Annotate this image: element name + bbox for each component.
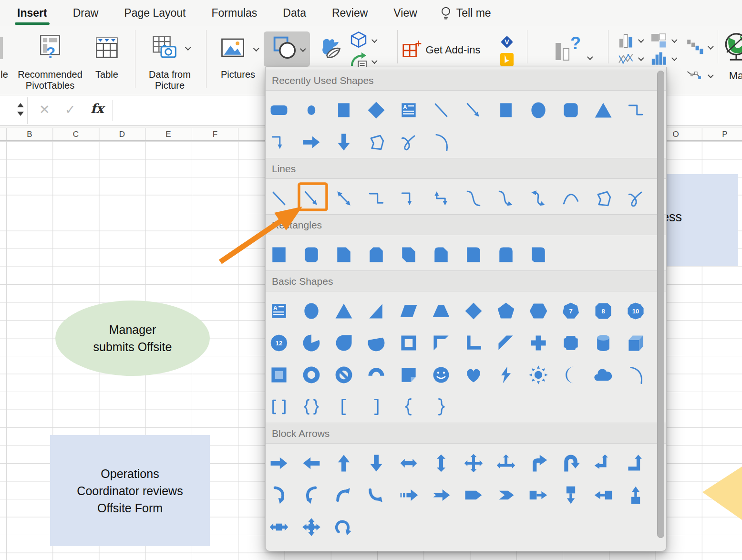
enter-icon[interactable]: ✓ [65, 102, 76, 117]
shape-curved-double-arrow-connector[interactable] [528, 188, 549, 209]
shape-elbow-arrow-connector[interactable] [398, 188, 419, 209]
shape-sun[interactable] [528, 364, 549, 385]
shape-smiley-face[interactable] [431, 364, 452, 385]
column-header-F[interactable]: F [213, 130, 217, 139]
shape-left-arrow[interactable] [301, 453, 322, 474]
shape-rounded-square[interactable] [560, 100, 581, 121]
shape-curved-right-arrow[interactable] [268, 485, 289, 506]
shape-line[interactable] [431, 100, 452, 121]
shape-arc[interactable] [431, 132, 452, 153]
shape-round-diagonal-corner-rectangle[interactable] [528, 244, 549, 265]
shape-arc[interactable] [625, 364, 646, 385]
flowchart-ellipse-manager[interactable]: Manager submits Offsite [55, 301, 210, 376]
shape-scribble[interactable] [398, 132, 419, 153]
shape-isosceles-triangle[interactable] [333, 301, 354, 321]
shape-up-arrow[interactable] [333, 453, 354, 474]
shape-octagon-8[interactable]: 8 [593, 301, 614, 321]
shapes-button[interactable] [264, 31, 310, 67]
shape-double-arrow-connector[interactable] [333, 188, 354, 209]
shape-left-bracket[interactable] [333, 396, 354, 417]
shape-snip-single-corner-rectangle[interactable] [333, 244, 354, 265]
shape-elbow-arrow-connector[interactable] [268, 132, 289, 153]
shape-frame[interactable] [398, 332, 419, 353]
shape-l-shape[interactable] [463, 332, 484, 353]
shape-curve[interactable] [560, 188, 581, 209]
shape-snip-round-single-corner-rectangle[interactable] [431, 244, 452, 265]
shape-right-bracket[interactable] [366, 396, 387, 417]
shape-curved-connector[interactable] [463, 188, 484, 209]
shape-left-arrow-callout[interactable] [593, 485, 614, 506]
shape-curved-down-arrow[interactable] [366, 485, 387, 506]
shape-elbow-connector[interactable] [366, 188, 387, 209]
shape-trapezoid[interactable] [431, 301, 452, 321]
shape-down-arrow[interactable] [333, 132, 354, 153]
column-header-D[interactable]: D [119, 130, 125, 139]
shape-double-bracket[interactable] [268, 396, 289, 417]
shape-oval[interactable] [301, 301, 322, 321]
menu-scrollbar-thumb[interactable] [657, 71, 664, 538]
shape-hexagon[interactable] [528, 301, 549, 321]
shape-striped-right-arrow[interactable] [398, 485, 419, 506]
shape-heptagon-7[interactable]: 7 [560, 301, 581, 321]
shape-teardrop[interactable] [333, 332, 354, 353]
shape-decagon-10[interactable]: 10 [625, 301, 646, 321]
shape-elbow-double-arrow-connector[interactable] [431, 188, 452, 209]
shape-freeform[interactable] [593, 188, 614, 209]
shape-left-right-arrow[interactable] [398, 453, 419, 474]
shape-chevron-arrow[interactable] [495, 485, 516, 506]
tab-review[interactable]: Review [331, 5, 369, 21]
shape-double-brace[interactable] [301, 396, 322, 417]
shape-rectangle-portrait[interactable] [333, 100, 354, 121]
shape-cloud[interactable] [593, 364, 614, 385]
shape-left-right-arrow-callout[interactable] [268, 517, 289, 538]
namebox-spinner-up[interactable] [17, 103, 24, 107]
shape-parallelogram[interactable] [398, 301, 419, 321]
shape-curved-left-arrow[interactable] [301, 485, 322, 506]
shape-down-arrow[interactable] [366, 453, 387, 474]
shape-plaque[interactable] [560, 332, 581, 353]
shape-diamond[interactable] [366, 100, 387, 121]
tab-view[interactable]: View [392, 5, 418, 21]
shape-right-brace[interactable] [431, 396, 452, 417]
shape-quad-arrow-callout[interactable] [301, 517, 322, 538]
shape-straight-arrow-connector[interactable] [301, 188, 322, 209]
cancel-icon[interactable]: ✕ [39, 102, 50, 117]
shape-heart[interactable] [463, 364, 484, 385]
shape-down-arrow-callout[interactable] [560, 485, 581, 506]
namebox-spinner-down[interactable] [17, 112, 24, 116]
shape-rectangle[interactable] [268, 244, 289, 265]
shape-curved-up-arrow[interactable] [333, 485, 354, 506]
shape-diagonal-stripe[interactable] [495, 332, 516, 353]
shape-small-oval[interactable] [301, 100, 322, 121]
shape-bent-up-arrow[interactable] [625, 453, 646, 474]
shape-folded-corner[interactable] [398, 364, 419, 385]
shape-snip-diagonal-corner-rectangle[interactable] [398, 244, 419, 265]
shape-can[interactable] [593, 332, 614, 353]
shape-no-symbol[interactable] [333, 364, 354, 385]
column-header-E[interactable]: E [165, 130, 171, 139]
shape-up-arrow-callout[interactable] [625, 485, 646, 506]
shape-right-arrow-callout[interactable] [528, 485, 549, 506]
flowchart-box-operations[interactable]: Operations Coordinator reviews Offsite F… [50, 435, 210, 546]
shape-circular-arrow[interactable] [333, 517, 354, 538]
shape-left-brace[interactable] [398, 396, 419, 417]
shape-line[interactable] [268, 188, 289, 209]
shape-isosceles-triangle[interactable] [593, 100, 614, 121]
shape-bevel[interactable] [268, 364, 289, 385]
column-header-B[interactable]: B [27, 130, 32, 139]
shape-rounded-rectangle[interactable] [268, 100, 289, 121]
shape-cross[interactable] [528, 332, 549, 353]
shape-u-turn-arrow[interactable] [560, 453, 581, 474]
shape-diamond[interactable] [463, 301, 484, 321]
shape-dodecagon-12[interactable]: 12 [268, 332, 289, 353]
shape-quad-arrow[interactable] [463, 453, 484, 474]
shape-rounded-rectangle-tall[interactable] [301, 244, 322, 265]
shape-text-box[interactable]: A [268, 301, 289, 321]
insert-function-icon[interactable]: fx [91, 101, 104, 116]
shape-cube[interactable] [625, 332, 646, 353]
shape-bent-arrow[interactable] [528, 453, 549, 474]
tab-formulas[interactable]: Formulas [210, 5, 258, 21]
shape-round-single-corner-rectangle[interactable] [463, 244, 484, 265]
shape-up-down-arrow[interactable] [431, 453, 452, 474]
tab-insert[interactable]: Insert [16, 5, 48, 21]
